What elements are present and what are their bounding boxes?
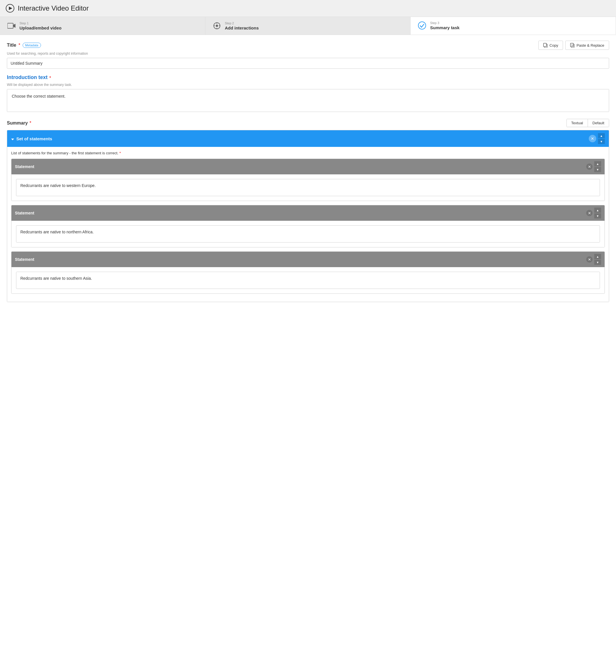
statements-body: List of statements for the summary - the…: [7, 147, 609, 302]
statement-body-1: Redcurrants are native to northern Afric…: [11, 221, 605, 247]
step-2[interactable]: Step 2 Add interactions: [205, 17, 411, 35]
svg-rect-14: [570, 43, 573, 47]
intro-section: Introduction text * Will be displayed ab…: [7, 74, 609, 112]
title-row: Title * Metadata Copy: [7, 41, 609, 50]
statement-body-2: Redcurrants are native to southern Asia.: [11, 267, 605, 293]
statement-2-up-button[interactable]: ▲: [594, 254, 601, 259]
collapse-icon[interactable]: [11, 136, 14, 141]
statement-label-1: Statement: [15, 211, 34, 215]
set-down-button[interactable]: ▼: [598, 139, 605, 144]
statement-label-2: Statement: [15, 257, 34, 262]
statement-1-up-button[interactable]: ▲: [594, 208, 601, 213]
step-1-name: Upload/embed video: [19, 25, 62, 30]
statement-header-1: Statement ✕ ▲ ▼: [11, 205, 605, 221]
main-content: Title * Metadata Copy: [0, 35, 616, 672]
svg-marker-1: [9, 7, 12, 10]
summary-required: *: [29, 121, 31, 126]
copy-button[interactable]: Copy: [538, 41, 563, 50]
statement-2-down-button[interactable]: ▼: [594, 260, 601, 265]
statement-0-order-buttons: ▲ ▼: [594, 161, 601, 172]
title-input[interactable]: [7, 58, 609, 69]
intro-label: Introduction text: [7, 74, 48, 80]
summary-header-row: Summary * Textual Default: [7, 119, 609, 127]
set-order-buttons: ▲ ▼: [598, 133, 605, 144]
paste-replace-button[interactable]: Paste & Replace: [565, 41, 609, 50]
set-up-button[interactable]: ▲: [598, 133, 605, 138]
check-icon: [418, 21, 427, 30]
statement-header-0: Statement ✕ ▲ ▼: [11, 159, 605, 174]
statement-header-2: Statement ✕ ▲ ▼: [11, 252, 605, 267]
paste-icon: [570, 43, 575, 48]
statement-controls-1: ✕ ▲ ▼: [586, 208, 601, 218]
metadata-badge[interactable]: Metadata: [23, 43, 41, 48]
summary-section: Summary * Textual Default Set of stateme…: [7, 119, 609, 302]
step-3-label: Step 3: [430, 21, 460, 25]
title-desc: Used for searching, reports and copyrigh…: [7, 52, 609, 56]
textual-view-button[interactable]: Textual: [567, 119, 588, 127]
step-1-label: Step 1: [19, 21, 62, 25]
intro-required: *: [49, 76, 51, 81]
statements-header: Set of statements ✕ ▲ ▼: [7, 130, 609, 147]
statement-1-order-buttons: ▲ ▼: [594, 208, 601, 218]
statement-item-1: Statement ✕ ▲ ▼ Redcurrants are native t…: [11, 205, 605, 247]
svg-rect-12: [544, 43, 546, 47]
statement-body-0: Redcurrants are native to western Europe…: [11, 174, 605, 201]
title-required: *: [19, 43, 20, 48]
interaction-icon: [212, 21, 221, 30]
statement-0-down-button[interactable]: ▼: [594, 167, 601, 172]
statements-list-label: List of statements for the summary - the…: [11, 151, 605, 155]
remove-set-button[interactable]: ✕: [589, 135, 596, 142]
intro-text-box[interactable]: Choose the correct statement.: [7, 89, 609, 112]
statement-controls-0: ✕ ▲ ▼: [586, 161, 601, 172]
title-label-group: Title * Metadata: [7, 43, 41, 48]
step-2-label: Step 2: [225, 21, 259, 25]
step-2-text: Step 2 Add interactions: [225, 21, 259, 30]
remove-statement-0-button[interactable]: ✕: [586, 163, 593, 170]
statement-text-1[interactable]: Redcurrants are native to northern Afric…: [16, 225, 600, 243]
statement-1-down-button[interactable]: ▼: [594, 213, 601, 218]
step-1[interactable]: Step 1 Upload/embed video: [0, 17, 205, 35]
statements-header-right: ✕ ▲ ▼: [589, 133, 605, 144]
app-header: Interactive Video Editor: [0, 0, 616, 17]
statement-item-0: Statement ✕ ▲ ▼ Redcurrants are native t…: [11, 159, 605, 201]
statement-text-0[interactable]: Redcurrants are native to western Europe…: [16, 179, 600, 196]
statement-item-2: Statement ✕ ▲ ▼ Redcurrants are native t…: [11, 251, 605, 294]
video-icon: [7, 21, 16, 30]
statement-label-0: Statement: [15, 164, 34, 169]
title-section: Title * Metadata Copy: [7, 41, 609, 69]
statement-controls-2: ✕ ▲ ▼: [586, 254, 601, 265]
statement-0-up-button[interactable]: ▲: [594, 161, 601, 166]
svg-point-5: [216, 25, 218, 27]
statement-2-order-buttons: ▲ ▼: [594, 254, 601, 265]
step-3[interactable]: Step 3 Summary task: [411, 17, 616, 35]
set-title: Set of statements: [16, 136, 52, 141]
list-required: *: [119, 151, 121, 155]
app-title: Interactive Video Editor: [18, 4, 89, 12]
title-buttons: Copy Paste & Replace: [538, 41, 609, 50]
copy-label: Copy: [550, 43, 558, 48]
paste-label: Paste & Replace: [576, 43, 604, 48]
remove-statement-2-button[interactable]: ✕: [586, 256, 593, 263]
step-1-text: Step 1 Upload/embed video: [19, 21, 62, 30]
play-icon: [6, 4, 14, 13]
intro-desc: Will be displayed above the summary task…: [7, 83, 609, 87]
svg-point-10: [418, 22, 426, 29]
default-view-button[interactable]: Default: [588, 119, 609, 127]
statements-header-left: Set of statements: [11, 136, 52, 141]
copy-icon: [543, 43, 548, 48]
step-2-name: Add interactions: [225, 25, 259, 30]
statement-text-2[interactable]: Redcurrants are native to southern Asia.: [16, 272, 600, 289]
intro-value: Choose the correct statement.: [12, 94, 66, 98]
step-3-text: Step 3 Summary task: [430, 21, 460, 30]
title-label: Title: [7, 43, 16, 48]
summary-label: Summary: [7, 121, 28, 126]
statements-container: Set of statements ✕ ▲ ▼ List of statemen…: [7, 130, 609, 302]
svg-rect-2: [7, 23, 13, 28]
svg-marker-3: [13, 24, 15, 28]
steps-nav: Step 1 Upload/embed video Step 2 Add int…: [0, 17, 616, 35]
step-3-name: Summary task: [430, 25, 460, 30]
remove-statement-1-button[interactable]: ✕: [586, 210, 593, 216]
view-toggle: Textual Default: [566, 119, 609, 127]
